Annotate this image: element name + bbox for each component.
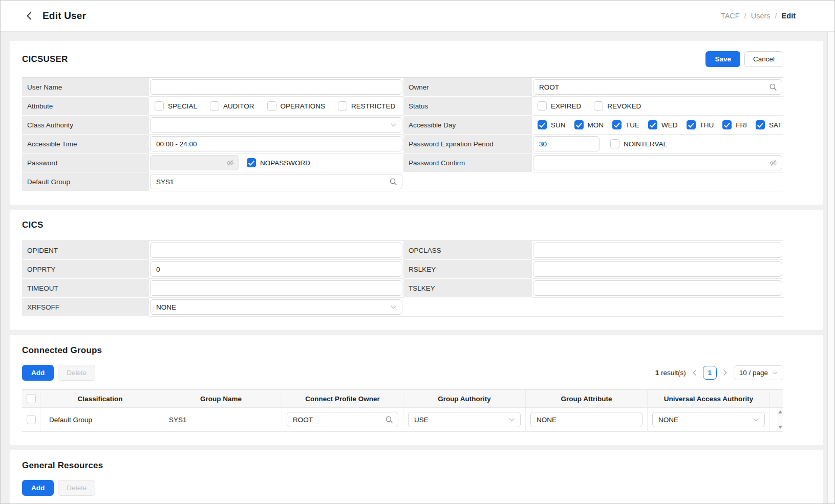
- next-page-icon[interactable]: [723, 370, 727, 376]
- breadcrumb-item-tacf[interactable]: TACF: [721, 12, 740, 20]
- select-all-cell: [22, 390, 40, 408]
- breadcrumb-item-users[interactable]: Users: [751, 12, 770, 20]
- xrfsoff-label: XRFSOFF: [22, 298, 149, 317]
- checkbox-box[interactable]: [210, 101, 219, 111]
- add-resource-button[interactable]: Add: [22, 480, 54, 496]
- table-scrollbar[interactable]: [777, 408, 783, 432]
- chevron-down-icon: [391, 123, 396, 127]
- xrfsoff-select[interactable]: NONE: [150, 299, 402, 315]
- checkbox-box[interactable]: [267, 101, 276, 111]
- checkbox-box[interactable]: [612, 120, 622, 129]
- checkbox-auditor[interactable]: AUDITOR: [210, 101, 254, 111]
- checkbox-sun[interactable]: SUN: [538, 120, 566, 129]
- search-icon[interactable]: [769, 83, 777, 91]
- default-group-input[interactable]: [150, 174, 402, 189]
- checkbox-nointerval[interactable]: NOINTERVAL: [610, 139, 667, 148]
- opclass-input[interactable]: [533, 243, 782, 258]
- col-spacer: [770, 390, 777, 408]
- checkbox-box[interactable]: [247, 158, 256, 167]
- checkbox-box[interactable]: [574, 120, 584, 129]
- row-checkbox[interactable]: [27, 415, 36, 424]
- group-authority-select[interactable]: USE: [408, 412, 521, 427]
- prev-page-icon[interactable]: [693, 370, 696, 376]
- opprty-input[interactable]: [150, 261, 402, 277]
- section-connected-groups: Connected Groups Add Delete 1 result(s) …: [10, 335, 823, 445]
- page-size-select[interactable]: 10 / page: [734, 365, 783, 380]
- universal-access-authority-select[interactable]: NONE: [652, 412, 765, 427]
- section-title-cicsuser: CICSUSER: [22, 54, 68, 64]
- checkbox-box[interactable]: [756, 120, 765, 129]
- checkbox-revoked[interactable]: REVOKED: [594, 101, 641, 111]
- checkbox-box[interactable]: [538, 120, 547, 129]
- status-label: Status: [403, 97, 532, 116]
- connect-profile-owner-input[interactable]: [287, 412, 398, 427]
- group-attribute-input[interactable]: [530, 412, 643, 427]
- tslkey-input[interactable]: [533, 280, 782, 296]
- add-group-button[interactable]: Add: [22, 365, 54, 381]
- checkbox-box[interactable]: [538, 101, 547, 111]
- scroll-down-icon[interactable]: [778, 426, 782, 429]
- cell-classification: Default Group: [40, 408, 160, 432]
- checkbox-box[interactable]: [594, 101, 603, 111]
- section-general-resources: General Resources Add Delete: [10, 450, 823, 503]
- password-confirm-label: Password Confirm: [403, 154, 532, 172]
- tslkey-label: TSLKEY: [403, 279, 532, 298]
- password-expiration-label: Password Expiration Period: [403, 135, 532, 154]
- user-name-label: User Name: [22, 78, 149, 97]
- checkbox-box[interactable]: [338, 101, 347, 111]
- cell-connect-profile-owner: [282, 408, 403, 432]
- checkbox-wed[interactable]: WED: [648, 120, 678, 129]
- password-confirm-input[interactable]: [533, 155, 782, 170]
- accessible-time-input[interactable]: [150, 136, 402, 151]
- breadcrumb-separator: /: [744, 12, 746, 20]
- page-number-button[interactable]: 1: [703, 366, 717, 380]
- class-authority-select[interactable]: [150, 117, 402, 133]
- chevron-left-icon: [26, 12, 32, 20]
- breadcrumb-separator: /: [775, 12, 777, 20]
- checkbox-box[interactable]: [648, 120, 657, 129]
- password-expiration-input[interactable]: [533, 136, 600, 151]
- checkbox-box[interactable]: [610, 139, 619, 148]
- checkbox-box[interactable]: [722, 120, 732, 129]
- save-button[interactable]: Save: [705, 51, 740, 67]
- search-icon[interactable]: [389, 178, 397, 186]
- cell-group-attribute: [526, 408, 648, 432]
- timeout-input[interactable]: [150, 280, 402, 296]
- page-scrollbar[interactable]: [827, 32, 834, 503]
- back-button[interactable]: [23, 10, 34, 21]
- owner-label: Owner: [403, 78, 532, 97]
- connected-groups-table: Classification Group Name Connect Profil…: [22, 389, 783, 432]
- opident-input[interactable]: [150, 243, 402, 258]
- rslkey-label: RSLKEY: [403, 260, 532, 279]
- owner-input[interactable]: [533, 79, 782, 95]
- select-all-checkbox[interactable]: [27, 394, 36, 403]
- checkbox-tue[interactable]: TUE: [612, 120, 639, 129]
- checkbox-fri[interactable]: FRI: [722, 120, 747, 129]
- checkbox-restricted[interactable]: RESTRICTED: [338, 101, 395, 111]
- result-count: 1 result(s): [655, 369, 686, 377]
- checkbox-box[interactable]: [687, 120, 696, 129]
- col-universal-access-authority: Universal Access Authority: [648, 390, 770, 408]
- user-name-input[interactable]: [150, 79, 402, 95]
- attribute-label: Attribute: [22, 97, 149, 116]
- cancel-button[interactable]: Cancel: [744, 51, 783, 67]
- checkbox-nopassword[interactable]: NOPASSWORD: [247, 158, 310, 167]
- checkbox-sat[interactable]: SAT: [756, 120, 782, 129]
- checkbox-thu[interactable]: THU: [687, 120, 714, 129]
- empty-cell: [403, 172, 783, 191]
- checkbox-mon[interactable]: MON: [574, 120, 604, 129]
- opprty-label: OPPRTY: [22, 260, 149, 279]
- section-cicsuser: CICSUSER Save Cancel User Name Owner: [10, 41, 823, 205]
- chevron-down-icon: [773, 371, 778, 375]
- chevron-down-icon: [509, 418, 515, 422]
- col-scrollbar-head: [777, 390, 783, 408]
- checkbox-box[interactable]: [155, 101, 164, 111]
- checkbox-expired[interactable]: EXPIRED: [538, 101, 581, 111]
- checkbox-special[interactable]: SPECIAL: [155, 101, 197, 111]
- checkbox-operations[interactable]: OPERATIONS: [267, 101, 326, 111]
- chevron-down-icon: [391, 305, 396, 309]
- eye-off-icon[interactable]: [769, 160, 777, 166]
- rslkey-input[interactable]: [533, 261, 782, 277]
- scroll-up-icon[interactable]: [778, 410, 782, 413]
- search-icon[interactable]: [385, 415, 393, 424]
